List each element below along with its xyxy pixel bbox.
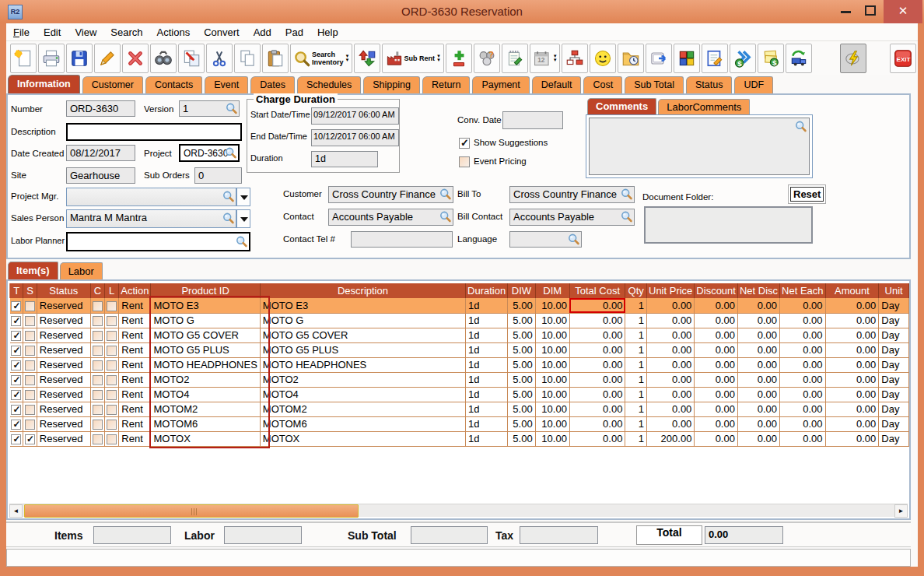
tab-dates[interactable]: Dates	[250, 76, 295, 93]
cell-product_id[interactable]: MOTOM2	[151, 402, 260, 416]
cell-diw[interactable]: 5.00	[508, 431, 535, 446]
cell-net_each[interactable]: 0.00	[780, 357, 825, 372]
start-date-field[interactable]: 09/12/2017 06:00 AM	[311, 107, 399, 125]
cell-discount[interactable]: 0.00	[695, 298, 738, 313]
cell-action[interactable]: Rent	[119, 416, 151, 431]
version-field[interactable]: 1	[179, 100, 240, 117]
cell-discount[interactable]: 0.00	[695, 372, 738, 387]
magnifier-icon[interactable]	[439, 210, 452, 226]
cell-dim[interactable]: 10.00	[535, 387, 569, 402]
cell-amount[interactable]: 0.00	[825, 402, 879, 416]
cell-duration[interactable]: 1d	[466, 372, 508, 387]
column-header-unit[interactable]: Unit	[879, 283, 909, 298]
cell-unit[interactable]: Day	[879, 298, 909, 313]
menu-help[interactable]: Help	[310, 26, 345, 38]
cell-c[interactable]	[90, 431, 104, 446]
cell-diw[interactable]: 5.00	[508, 328, 535, 342]
cut-button[interactable]	[206, 44, 233, 73]
tab-customer[interactable]: Customer	[82, 76, 143, 93]
tab-labor[interactable]: Labor	[60, 262, 103, 279]
cell-product_id[interactable]: MOTO2	[151, 372, 260, 387]
cell-total_cost[interactable]: 0.00	[569, 387, 625, 402]
key-send-button[interactable]	[646, 44, 672, 73]
scrollbar-thumb[interactable]	[24, 504, 359, 518]
menu-pad[interactable]: Pad	[278, 26, 310, 38]
cell-c[interactable]	[90, 328, 104, 342]
cell-l[interactable]	[105, 372, 119, 387]
cell-total_cost[interactable]: 0.00	[569, 342, 625, 357]
cell-product_id[interactable]: MOTOX	[151, 431, 260, 446]
minimize-button[interactable]	[834, 0, 859, 23]
bill-contact-field[interactable]: Accounts Payable	[509, 209, 635, 226]
t-checkbox[interactable]	[11, 375, 21, 385]
l-checkbox[interactable]	[107, 434, 117, 444]
new-document-button[interactable]	[10, 44, 37, 73]
scroll-left-button[interactable]: ◄	[9, 504, 23, 518]
cell-duration[interactable]: 1d	[466, 402, 508, 416]
magnifier-icon[interactable]	[567, 233, 580, 248]
column-header-l[interactable]: L	[105, 283, 119, 298]
cell-description[interactable]: MOTO G	[260, 313, 465, 328]
notes-edit-button[interactable]	[702, 44, 728, 73]
l-checkbox[interactable]	[107, 420, 117, 430]
s-checkbox[interactable]	[25, 331, 35, 341]
bill-to-field[interactable]: Cross Country Finance	[509, 186, 635, 203]
c-checkbox[interactable]	[93, 331, 103, 341]
cell-t[interactable]	[10, 328, 23, 342]
s-checkbox[interactable]	[25, 360, 35, 371]
column-header-net_disc[interactable]: Net Disc	[737, 283, 779, 298]
labor-total-field[interactable]	[224, 526, 302, 544]
l-checkbox[interactable]	[107, 390, 117, 400]
t-checkbox[interactable]	[11, 301, 21, 311]
maximize-button[interactable]	[859, 0, 884, 23]
smiley-button[interactable]	[590, 44, 616, 73]
cell-c[interactable]	[90, 372, 104, 387]
cell-unit_price[interactable]: 0.00	[647, 387, 695, 402]
magnifier-icon[interactable]	[225, 102, 238, 117]
cell-discount[interactable]: 0.00	[695, 328, 738, 342]
copy-button[interactable]	[234, 44, 261, 73]
exit-button[interactable]: EXIT	[890, 44, 916, 73]
cell-duration[interactable]: 1d	[466, 357, 508, 372]
cell-net_disc[interactable]: 0.00	[737, 328, 779, 342]
cell-net_disc[interactable]: 0.00	[737, 298, 779, 313]
column-header-duration[interactable]: Duration	[466, 283, 508, 298]
cell-unit_price[interactable]: 0.00	[647, 313, 695, 328]
cell-product_id[interactable]: MOTO E3	[151, 298, 260, 313]
cell-description[interactable]: MOTO HEADPHONES	[260, 357, 465, 372]
cell-c[interactable]	[90, 357, 104, 372]
cell-unit[interactable]: Day	[879, 402, 909, 416]
add-remove-button[interactable]	[446, 44, 472, 73]
cell-discount[interactable]: 0.00	[695, 416, 738, 431]
cell-s[interactable]	[23, 387, 37, 402]
t-checkbox[interactable]	[11, 360, 21, 371]
menu-edit[interactable]: Edit	[37, 26, 68, 38]
tax-field[interactable]	[520, 526, 598, 544]
l-checkbox[interactable]	[107, 301, 117, 311]
cell-t[interactable]	[10, 402, 23, 416]
duration-field[interactable]: 1d	[311, 151, 378, 167]
paste-button[interactable]	[262, 44, 289, 73]
project-mgr-dropdown-button[interactable]	[236, 188, 250, 206]
cell-discount[interactable]: 0.00	[695, 357, 738, 372]
magnifier-icon[interactable]	[620, 188, 633, 203]
c-checkbox[interactable]	[93, 360, 103, 371]
column-header-action[interactable]: Action	[119, 283, 151, 298]
c-checkbox[interactable]	[93, 420, 103, 430]
column-header-status[interactable]: Status	[37, 283, 90, 298]
tab-information[interactable]: Information	[8, 75, 80, 93]
cell-diw[interactable]: 5.00	[508, 372, 535, 387]
cell-qty[interactable]: 1	[625, 298, 647, 313]
horizontal-scrollbar[interactable]: ◄ ►	[9, 504, 908, 517]
cell-discount[interactable]: 0.00	[695, 313, 738, 328]
cell-diw[interactable]: 5.00	[508, 357, 535, 372]
s-checkbox[interactable]	[25, 420, 35, 430]
tab-return[interactable]: Return	[422, 76, 471, 93]
cell-net_disc[interactable]: 0.00	[737, 402, 779, 416]
column-header-amount[interactable]: Amount	[825, 283, 879, 298]
cell-t[interactable]	[10, 298, 23, 313]
tab-comments[interactable]: Comments	[587, 98, 656, 114]
cell-discount[interactable]: 0.00	[695, 342, 738, 357]
cell-net_disc[interactable]: 0.00	[737, 342, 779, 357]
c-checkbox[interactable]	[93, 316, 103, 326]
